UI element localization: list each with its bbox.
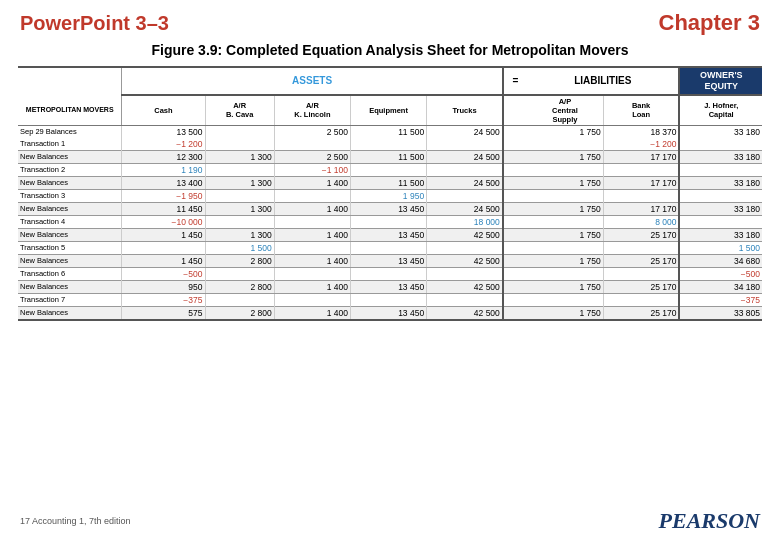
group-header-row: ASSETS = LIABILITIES OWNER'SEQUITY [18, 67, 762, 95]
table-row: Transaction 1 −1 200 −1 200 [18, 138, 762, 151]
table-row: New Balances 1 450 2 800 1 400 13 450 42… [18, 254, 762, 267]
slide-title: PowerPoint 3–3 [20, 12, 169, 35]
table-row: Sep 29 Balances 13 500 2 500 11 500 24 5… [18, 125, 762, 138]
table-row: Transaction 5 1 500 1 500 [18, 241, 762, 254]
pearson-logo: PEARSON [659, 508, 760, 534]
table-row: New Balances 1 450 1 300 1 400 13 450 42… [18, 228, 762, 241]
footer-text: 17 Accounting 1, 7th edition [20, 516, 131, 526]
table-row: New Balances 13 400 1 300 1 400 11 500 2… [18, 176, 762, 189]
table-row: New Balances 11 450 1 300 1 400 13 450 2… [18, 202, 762, 215]
table-row: New Balances 575 2 800 1 400 13 450 42 5… [18, 306, 762, 320]
table-container: ASSETS = LIABILITIES OWNER'SEQUITY METRO… [0, 66, 780, 321]
subheader-row: METROPOLITAN MOVERS Cash A/RB. Cava A/RK… [18, 95, 762, 126]
table-row: Transaction 6 −500 −500 [18, 267, 762, 280]
table-row: New Balances 950 2 800 1 400 13 450 42 5… [18, 280, 762, 293]
table-row: Transaction 4 −10 000 18 000 8 000 [18, 215, 762, 228]
footer: 17 Accounting 1, 7th edition PEARSON [20, 508, 760, 534]
table-row: Transaction 3 −1 950 1 950 [18, 189, 762, 202]
equation-table: ASSETS = LIABILITIES OWNER'SEQUITY METRO… [18, 66, 762, 321]
assets-group-label: ASSETS [122, 67, 503, 95]
liabilities-group-label: LIABILITIES [527, 67, 679, 95]
chapter-label: Chapter 3 [659, 10, 760, 36]
table-row: Transaction 2 1 190 −1 100 [18, 163, 762, 176]
equals-label: = [503, 67, 527, 95]
table-row: Transaction 7 −375 −375 [18, 293, 762, 306]
figure-title: Figure 3.9: Completed Equation Analysis … [0, 42, 780, 58]
table-row: New Balances 12 300 1 300 2 500 11 500 2… [18, 150, 762, 163]
equity-group-label: OWNER'SEQUITY [679, 67, 762, 95]
